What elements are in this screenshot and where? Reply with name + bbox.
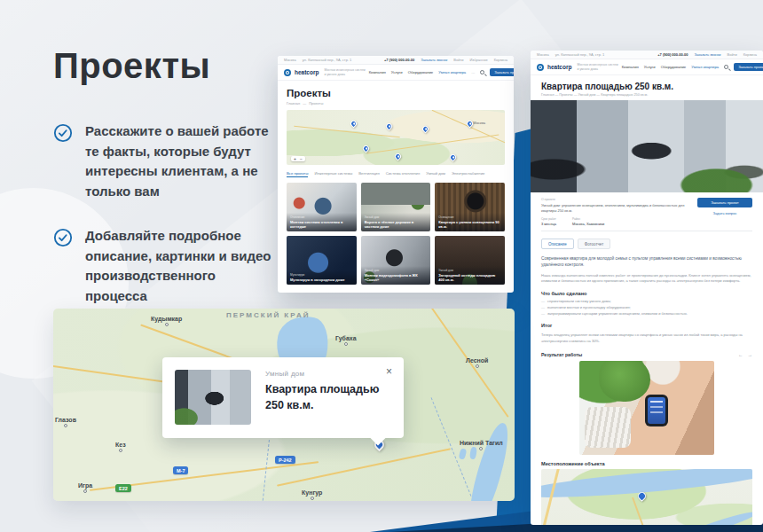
intro-bullet-text: Добавляйте подробное описание, картинки … — [85, 226, 275, 306]
town-dot-icon — [83, 489, 87, 493]
filter-ventilation[interactable]: Вентиляция — [358, 171, 379, 177]
town-label: Игра — [78, 482, 92, 489]
topbar-login-link[interactable]: Войти — [453, 58, 463, 62]
map-marker[interactable] — [350, 120, 358, 129]
projects-page-body: Проекты Главная — Проекты Москва + — [278, 88, 514, 285]
tagline-line2: и умного дома — [324, 73, 344, 76]
map-river — [541, 469, 752, 504]
logo-text[interactable]: heatcorp — [295, 69, 319, 75]
project-paragraph: Наша команда выполнила полный комплекс р… — [541, 273, 752, 285]
region-label: ПЕРМСКИЙ КРАЙ — [226, 311, 310, 319]
filter-power[interactable]: Электроснабжение — [452, 171, 484, 177]
region-map[interactable]: ПЕРМСКИЙ КРАЙ Кудымкар Губаха Лесной Гла… — [53, 309, 515, 501]
nav-item-company[interactable]: Компания — [369, 70, 386, 74]
project-card[interactable]: Освещение Квартира с умным освещением 90… — [435, 183, 505, 231]
search-icon[interactable] — [480, 70, 484, 74]
map-marker[interactable] — [421, 125, 430, 134]
topbar-cart-link[interactable]: Корзина — [743, 52, 757, 57]
nav-item-services[interactable]: Услуги — [644, 65, 656, 69]
search-icon[interactable] — [724, 65, 728, 69]
map-marker[interactable] — [362, 145, 371, 153]
gallery-prev-icon[interactable]: ← — [738, 352, 743, 357]
intro-section: Проекты Расскажите о вашей работе те фак… — [53, 46, 275, 306]
project-card[interactable]: Умный дом Загородный коттедж площадью 40… — [435, 236, 505, 285]
breadcrumb-current: Проекты — [309, 101, 323, 106]
about-label: О проекте — [541, 198, 690, 201]
order-project-button[interactable]: Заказать проект — [490, 68, 514, 76]
town-label: Губаха — [335, 335, 357, 341]
topbar-callback-link[interactable]: Заказать звонок — [421, 58, 447, 62]
location-heading: Местоположение объекта — [541, 461, 752, 466]
map-marker[interactable] — [449, 153, 458, 162]
map-popup-card[interactable]: Умный дом Квартира площадью 250 кв.м. × — [162, 357, 404, 438]
project-card[interactable]: Отопление Монтаж системы отопления в кот… — [287, 183, 357, 231]
ask-question-link[interactable]: Задать вопрос — [712, 211, 736, 215]
popup-title[interactable]: Квартира площадью 250 кв.м. — [265, 382, 389, 413]
gallery-next-icon[interactable]: → — [748, 352, 753, 357]
project-card[interactable]: Мультирум Мультирум в загородном доме — [287, 236, 357, 285]
filter-all[interactable]: Все проекты — [287, 171, 308, 177]
town-marker: Игра — [78, 482, 92, 493]
topbar-cart-link[interactable]: Корзина — [494, 58, 507, 62]
topbar-phone[interactable]: +7 (900) 000-00-00 — [657, 52, 688, 57]
nav-item-company[interactable]: Компания — [622, 65, 639, 69]
topbar-login-link[interactable]: Войти — [728, 52, 737, 57]
nav-item-smart-flat[interactable]: Умная квартира — [691, 65, 719, 69]
logo-gear-icon — [284, 69, 291, 76]
location-pin[interactable] — [637, 490, 649, 502]
nav-item-equipment[interactable]: Оборудование — [661, 65, 686, 69]
project-card-category: Умный дом — [365, 269, 428, 272]
screenshot-project-detail: Москва ул. Колпачный пер., 9А, стр. 1 +7… — [531, 51, 763, 525]
project-hero-photo — [531, 100, 763, 192]
tagline-line1: Монтаж инженерных систем — [324, 68, 365, 72]
gallery-header: Результат работы ← → — [541, 352, 752, 357]
topbar-callback-link[interactable]: Заказать звонок — [695, 52, 721, 57]
town-marker: Кунгур — [302, 489, 322, 500]
intro-bullet-text: Расскажите о вашей работе те факты, кото… — [85, 121, 275, 201]
nav-item-equipment[interactable]: Оборудование — [408, 70, 433, 74]
close-icon[interactable]: × — [386, 365, 392, 378]
done-item: спроектировали систему умного дома; — [541, 299, 752, 305]
project-card-category: Отопление — [290, 215, 353, 219]
map-zoom-controls[interactable]: + − — [291, 156, 305, 161]
logo-text[interactable]: heatcorp — [547, 64, 571, 70]
map-road — [294, 126, 399, 138]
town-marker: Кез — [115, 442, 126, 452]
detail-tabs: Описание Фотоотчет — [541, 239, 752, 249]
location-map[interactable] — [541, 469, 752, 525]
smartwatch-screen — [648, 397, 665, 424]
topbar-phone[interactable]: +7 (900) 000-00-00 — [384, 58, 414, 62]
nav-item-services[interactable]: Услуги — [391, 70, 403, 74]
project-card[interactable]: Умный дом Ворота и тёплые дорожки в част… — [361, 183, 431, 231]
page-canvas: Проекты Расскажите о вашей работе те фак… — [0, 0, 763, 532]
map-marker[interactable] — [385, 122, 394, 131]
zoom-in-button[interactable]: + — [294, 156, 296, 161]
logo-gear-icon — [537, 64, 544, 71]
topbar-favorites-link[interactable]: Избранное — [469, 58, 487, 62]
order-project-button[interactable]: Заказать проект — [697, 198, 752, 207]
project-card-category: Мультирум — [290, 273, 353, 277]
filter-heating[interactable]: Система отопления — [386, 171, 420, 177]
topbar-city[interactable]: Москва — [537, 52, 549, 57]
order-project-button[interactable]: Заказать проект — [734, 63, 763, 71]
project-card[interactable]: Умный дом Монтаж видеодомофона в ЖК «Сок… — [361, 236, 431, 285]
filter-smart-home[interactable]: Умный дом — [426, 171, 445, 177]
zoom-out-button[interactable]: − — [300, 156, 303, 161]
site-header: heatcorp Монтаж инженерных системи умног… — [531, 59, 763, 75]
map-city-label: Москва — [473, 121, 485, 125]
filter-engineering[interactable]: Инженерные системы — [314, 171, 352, 177]
tab-photos[interactable]: Фотоотчет — [578, 239, 611, 249]
map-marker[interactable] — [394, 153, 403, 161]
gallery-photo-smartwatch[interactable] — [579, 361, 714, 455]
breadcrumb-home[interactable]: Главная — [287, 101, 300, 106]
site-topbar: Москва ул. Колпачный пер., 9А, стр. 1 +7… — [278, 56, 514, 65]
tab-description[interactable]: Описание — [541, 239, 574, 249]
done-list: спроектировали систему умного дома; выпо… — [541, 299, 752, 317]
nav-item-smart-flat[interactable]: Умная квартира — [438, 70, 466, 74]
topbar-city[interactable]: Москва — [284, 58, 296, 62]
town-dot-icon — [119, 449, 122, 452]
nav-more[interactable]: … — [471, 70, 475, 74]
projects-map[interactable]: Москва + − — [287, 110, 505, 165]
breadcrumb[interactable]: Главная — Проекты — Умный дом — Квартира… — [541, 93, 752, 97]
road-badge-m7: М-7 — [173, 466, 188, 474]
